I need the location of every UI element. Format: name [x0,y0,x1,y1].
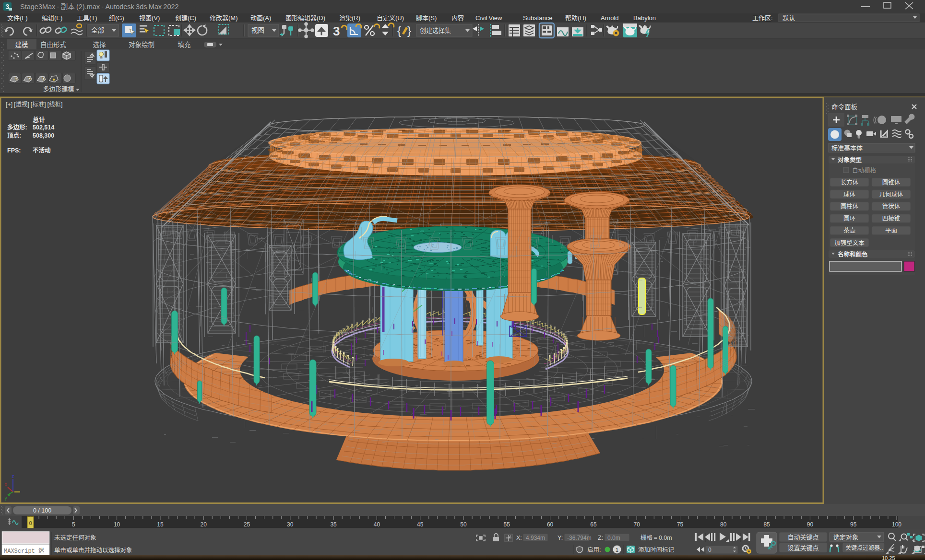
svg-text:35: 35 [330,521,337,528]
svg-text:不活动: 不活动 [33,145,51,154]
svg-text:80: 80 [720,521,727,528]
svg-text:Y:: Y: [557,535,563,541]
svg-text:填充: 填充 [178,39,191,49]
svg-text:50: 50 [460,521,467,528]
svg-text:标准基本体: 标准基本体 [831,143,863,152]
svg-text:工作区:: 工作区: [752,13,773,22]
svg-text:MAXScript 迷: MAXScript 迷 [4,548,44,555]
svg-text:10.25: 10.25 [882,555,895,560]
svg-text:创建(C): 创建(C) [175,13,196,22]
svg-text:编辑(E): 编辑(E) [42,13,62,22]
svg-text:X:: X: [516,535,522,541]
svg-text:栅格 = 0.0m: 栅格 = 0.0m [640,533,672,542]
svg-text:0 / 100: 0 / 100 [33,507,51,514]
svg-text:-36.794m: -36.794m [567,535,592,541]
svg-text:{: { [397,24,401,37]
svg-text:单击或单击并拖动以选择对象: 单击或单击并拖动以选择对象 [54,545,132,554]
svg-text:创建选择集: 创建选择集 [420,25,451,35]
svg-text:10: 10 [114,521,120,528]
svg-text:0: 0 [29,520,32,526]
svg-text:建模: 建模 [15,39,28,49]
svg-text:40: 40 [374,521,380,528]
svg-text:脚本(S): 脚本(S) [416,13,437,22]
svg-text:502,514: 502,514 [33,124,54,131]
svg-text:视图(V): 视图(V) [139,13,160,22]
svg-text:渲染(R): 渲染(R) [339,13,360,22]
svg-text:FPS:: FPS: [7,147,21,154]
svg-text:55: 55 [504,521,510,528]
svg-text:Arnold: Arnold [601,13,619,22]
svg-text:四棱锥: 四棱锥 [882,213,901,222]
svg-text:设置关键点: 设置关键点 [787,543,818,552]
svg-text:茶壶: 茶壶 [843,225,855,234]
svg-text:视图: 视图 [251,25,264,35]
svg-text:启用:: 启用: [587,545,601,554]
svg-text:}: } [407,24,411,37]
svg-text:自定义(U): 自定义(U) [377,13,404,22]
svg-text:默认: 默认 [783,13,795,22]
svg-text:选择: 选择 [93,39,106,49]
svg-text:管状体: 管状体 [882,201,901,210]
svg-text:多边形建模: 多边形建模 [43,84,74,93]
svg-text:65: 65 [590,521,597,528]
svg-text:命令面板: 命令面板 [831,102,857,111]
svg-text:45: 45 [417,521,424,528]
svg-text:图形编辑器(D): 图形编辑器(D) [285,13,325,22]
svg-text:自动栅格: 自动栅格 [852,165,877,175]
svg-text:Z:: Z: [598,535,603,541]
svg-text:508,300: 508,300 [33,132,54,139]
svg-text:圆柱体: 圆柱体 [841,201,859,210]
svg-text:60: 60 [547,521,554,528]
svg-text:几何球体: 几何球体 [879,189,903,198]
svg-text:y: y [5,495,7,501]
svg-text:添加时间标记: 添加时间标记 [638,545,675,554]
svg-text:圆环: 圆环 [843,213,855,222]
svg-text:70: 70 [634,521,640,528]
svg-text:15: 15 [157,521,164,528]
svg-text:工具(T): 工具(T) [77,13,97,22]
svg-text:x: x [5,481,7,487]
svg-text:圆锥体: 圆锥体 [882,177,901,187]
svg-text:85: 85 [763,521,770,528]
svg-text:Civil View: Civil View [475,13,502,22]
svg-text:0.0m: 0.0m [607,535,620,541]
svg-text:1: 1 [616,547,618,553]
svg-text:组(G): 组(G) [109,13,124,22]
svg-text:关键点过滤器..: 关键点过滤器.. [845,543,883,551]
svg-text:内容: 内容 [451,13,464,22]
svg-text:Substance: Substance [523,13,552,22]
svg-text:30: 30 [287,521,294,528]
svg-text:100: 100 [892,521,901,528]
svg-text:平面: 平面 [885,225,897,234]
svg-text:25: 25 [244,521,250,528]
svg-text:90: 90 [807,521,814,528]
svg-text:顶点:: 顶点: [7,130,21,140]
svg-text:长方体: 长方体 [841,177,859,187]
svg-text:20: 20 [201,521,207,528]
svg-text:4.934m: 4.934m [526,535,545,541]
svg-text:对象类型: 对象类型 [838,155,862,164]
svg-text:全部: 全部 [91,25,104,35]
svg-text:z: z [12,474,14,479]
svg-text:修改器(M): 修改器(M) [210,13,238,22]
svg-text:Babylon: Babylon [633,13,656,22]
svg-text:动画(A): 动画(A) [250,13,271,22]
svg-text:75: 75 [677,521,684,528]
svg-text:5: 5 [72,521,75,528]
svg-text:加强型文本: 加强型文本 [834,238,865,247]
svg-text:自动关键点: 自动关键点 [787,532,818,541]
svg-text:Stage3Max - 副本 (2).max - Autod: Stage3Max - 副本 (2).max - Autodesk 3ds Ma… [20,1,179,11]
svg-text:总计: 总计 [33,115,45,124]
svg-text:帮助(H): 帮助(H) [565,13,586,22]
svg-text:对象绘制: 对象绘制 [129,39,154,49]
svg-text:名称和颜色: 名称和颜色 [838,249,868,258]
svg-text:95: 95 [850,521,857,528]
svg-text:自由形式: 自由形式 [40,39,66,49]
svg-text:0: 0 [708,547,712,553]
svg-text:未选定任何对象: 未选定任何对象 [54,533,96,542]
svg-text:球体: 球体 [843,189,856,198]
svg-text:3: 3 [333,24,340,38]
svg-text:文件(F): 文件(F) [7,13,28,22]
svg-text:选定对象: 选定对象 [833,532,858,541]
svg-text:[+] [透视] [标准] [线框]: [+] [透视] [标准] [线框] [6,99,62,108]
